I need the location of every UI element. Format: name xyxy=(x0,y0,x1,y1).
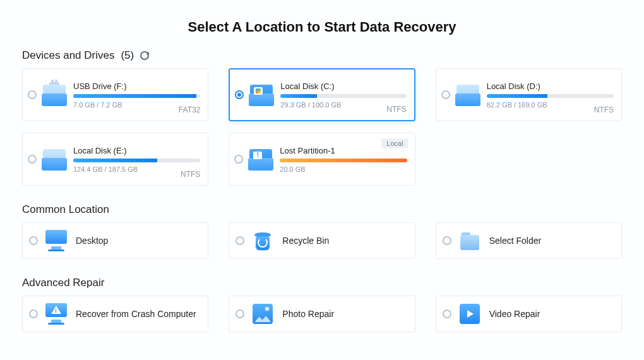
option-radio[interactable] xyxy=(29,309,38,318)
drive-name: USB Drive (F:) xyxy=(73,81,200,91)
option-label: Photo Repair xyxy=(282,309,334,319)
drive-usage-bar xyxy=(73,94,200,98)
crash-icon xyxy=(44,302,68,326)
common-section-label: Common Location xyxy=(22,203,109,216)
common-location-desktop[interactable]: Desktop xyxy=(22,222,208,259)
drive-card-2[interactable]: Local Disk (D:)82.2 GB / 169.0 GBNTFS xyxy=(436,68,622,121)
drive-card-3[interactable]: Local Disk (E:)124.4 GB / 187.5 GBNTFS xyxy=(22,133,208,186)
option-radio[interactable] xyxy=(443,309,451,318)
common-location-recycle[interactable]: Recycle Bin xyxy=(229,222,415,259)
advanced-grid: Recover from Crash ComputerPhoto RepairV… xyxy=(22,296,622,332)
location-radio[interactable] xyxy=(443,236,451,245)
location-radio[interactable] xyxy=(29,236,38,245)
refresh-icon[interactable] xyxy=(140,51,149,60)
drive-card-4[interactable]: Lost Partition-120.0 GBLocal xyxy=(229,133,415,186)
drive-card-0[interactable]: USB Drive (F:)7.0 GB / 7.2 GBFAT32 xyxy=(22,68,208,121)
drive-name: Local Disk (C:) xyxy=(280,81,406,91)
page-title: Select A Location to Start Data Recovery xyxy=(22,0,622,49)
drive-card-1[interactable]: Local Disk (C:)29.3 GB / 100.0 GBNTFS xyxy=(229,68,415,121)
video-icon xyxy=(458,302,482,326)
drive-radio[interactable] xyxy=(235,90,244,99)
drive-filesystem: FAT32 xyxy=(179,105,200,114)
drive-icon xyxy=(40,145,68,173)
drive-radio[interactable] xyxy=(234,155,243,164)
drive-filesystem: NTFS xyxy=(181,170,200,179)
drive-filesystem: NTFS xyxy=(594,105,614,114)
folder-icon xyxy=(458,229,482,253)
advanced-section-header: Advanced Repair xyxy=(22,277,622,289)
devices-section-label: Devices and Drives xyxy=(22,49,114,62)
drive-icon xyxy=(40,81,68,109)
drive-usage-bar xyxy=(487,94,614,98)
drive-name: Local Disk (E:) xyxy=(73,146,200,155)
location-radio[interactable] xyxy=(236,236,244,245)
option-label: Video Repair xyxy=(489,309,540,319)
photo-icon xyxy=(251,302,275,326)
drive-usage-text: 20.0 GB xyxy=(280,165,407,173)
option-radio[interactable] xyxy=(236,309,244,318)
drive-usage-bar xyxy=(73,159,200,162)
drive-tag: Local xyxy=(381,138,408,148)
drives-grid: USB Drive (F:)7.0 GB / 7.2 GBFAT32Local … xyxy=(22,68,622,186)
advanced-option-crash[interactable]: Recover from Crash Computer xyxy=(22,296,208,332)
common-location-folder[interactable]: Select Folder xyxy=(436,222,622,259)
drive-icon xyxy=(247,145,275,173)
location-label: Select Folder xyxy=(489,236,541,246)
drive-icon xyxy=(454,81,482,109)
drive-filesystem: NTFS xyxy=(386,105,406,114)
advanced-option-photo[interactable]: Photo Repair xyxy=(229,296,415,332)
drive-usage-bar xyxy=(280,94,406,98)
devices-count: (5) xyxy=(121,49,134,62)
drive-usage-bar xyxy=(280,159,407,162)
common-grid: DesktopRecycle BinSelect Folder xyxy=(22,222,622,259)
drive-icon xyxy=(247,81,275,109)
advanced-section-label: Advanced Repair xyxy=(22,277,104,289)
recycle-icon xyxy=(251,229,275,253)
drive-radio[interactable] xyxy=(441,90,450,99)
desktop-icon xyxy=(44,229,68,253)
devices-section-header: Devices and Drives (5) xyxy=(22,49,622,62)
drive-radio[interactable] xyxy=(28,90,37,99)
common-section-header: Common Location xyxy=(22,203,622,216)
drive-name: Local Disk (D:) xyxy=(487,81,614,91)
advanced-option-video[interactable]: Video Repair xyxy=(436,296,622,332)
option-label: Recover from Crash Computer xyxy=(76,309,196,319)
location-label: Recycle Bin xyxy=(282,236,329,246)
location-label: Desktop xyxy=(76,236,108,246)
drive-radio[interactable] xyxy=(28,155,37,164)
